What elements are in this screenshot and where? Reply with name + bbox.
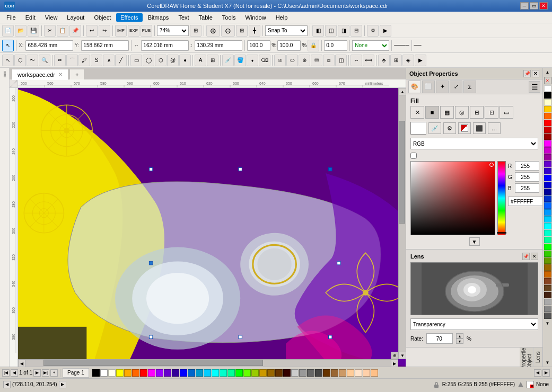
- zoom-in[interactable]: ⊕: [206, 25, 220, 37]
- color-swatch[interactable]: [227, 369, 235, 377]
- palette-color[interactable]: [544, 133, 551, 140]
- eyedropper-button[interactable]: 💉: [428, 122, 441, 134]
- lens-type-select[interactable]: Transparency: [410, 318, 538, 330]
- palette-color[interactable]: [544, 299, 551, 305]
- color-swatch[interactable]: [267, 369, 275, 377]
- palette-color[interactable]: [544, 120, 551, 126]
- palette-color[interactable]: [544, 271, 551, 278]
- palette-color[interactable]: [544, 292, 551, 298]
- export-button[interactable]: EXP: [128, 25, 139, 37]
- color-swatch[interactable]: [291, 369, 299, 377]
- open-button[interactable]: 📂: [15, 25, 27, 37]
- ellipse-tool[interactable]: ◯: [143, 55, 154, 66]
- x-input[interactable]: 658.428 mm: [25, 40, 73, 51]
- color-swatch[interactable]: [196, 369, 203, 377]
- freehand-tool[interactable]: ✏: [54, 55, 66, 66]
- menu-object[interactable]: Object: [90, 13, 115, 22]
- zoom-out[interactable]: ⊖: [221, 25, 235, 37]
- line-tool[interactable]: ╱: [115, 55, 127, 66]
- colorbar-scroll-right[interactable]: ▶: [542, 369, 550, 377]
- palette-color[interactable]: [544, 182, 551, 188]
- b-spline-tool[interactable]: S: [91, 55, 102, 66]
- menu-help[interactable]: Help: [271, 13, 292, 22]
- status-nav-right[interactable]: ▶: [59, 381, 66, 388]
- workspace-tab[interactable]: workspace.cdr ✕: [12, 69, 68, 80]
- scrollbar-vertical[interactable]: ▲ ▼: [398, 88, 406, 359]
- select-tool-active[interactable]: ↖: [2, 40, 14, 51]
- color-swatch[interactable]: [363, 369, 370, 377]
- fill-more-button[interactable]: ▭: [500, 106, 513, 119]
- object-properties-side-tab[interactable]: Object Properties: [520, 348, 534, 367]
- page-tab[interactable]: Page 1: [63, 368, 89, 378]
- tab-stroke[interactable]: ⬜: [422, 81, 435, 93]
- align-right[interactable]: ◨: [338, 25, 349, 37]
- palette-color[interactable]: [544, 195, 551, 202]
- scroll-left-button[interactable]: ◀: [18, 360, 25, 367]
- tab-effects[interactable]: ✦: [436, 81, 449, 93]
- publish-button[interactable]: PUB: [141, 25, 152, 37]
- palette-color[interactable]: [544, 140, 551, 147]
- palette-color[interactable]: [544, 113, 551, 119]
- import-button[interactable]: IMP: [115, 25, 127, 37]
- color-swatch-black[interactable]: [92, 369, 100, 377]
- rect-tool[interactable]: ▭: [130, 55, 142, 66]
- shadow-tool[interactable]: ◫: [335, 55, 347, 66]
- palette-color[interactable]: [544, 237, 551, 243]
- color-select[interactable]: None: [352, 40, 389, 51]
- palette-color[interactable]: [544, 244, 551, 250]
- rate-up-button[interactable]: ▲: [456, 333, 463, 338]
- smart-fill[interactable]: ⬧: [247, 55, 258, 66]
- palette-color[interactable]: [544, 278, 551, 284]
- expand-btn[interactable]: ▶: [380, 25, 391, 37]
- menu-layout[interactable]: Layout: [63, 13, 89, 22]
- colorbar-scroll-left[interactable]: ◀: [534, 369, 541, 377]
- expand-tools[interactable]: ▶: [415, 55, 426, 66]
- palette-color[interactable]: [544, 257, 551, 264]
- tab-close-icon[interactable]: ✕: [58, 72, 63, 77]
- color-settings-button[interactable]: ⚙: [443, 122, 456, 134]
- add-page-button[interactable]: +: [50, 369, 58, 377]
- page-last-button[interactable]: ▶|: [42, 369, 49, 377]
- align-left[interactable]: ◧: [312, 25, 324, 37]
- rate-input[interactable]: 70: [426, 333, 453, 344]
- fill-pattern-button[interactable]: ⊞: [470, 106, 484, 119]
- scrollbar-horizontal[interactable]: ◀ ▶: [18, 359, 398, 367]
- color-swatch[interactable]: [323, 369, 330, 377]
- paste-button[interactable]: 📌: [69, 25, 81, 37]
- polygon-tool[interactable]: ⬡: [155, 55, 167, 66]
- r-input[interactable]: 255: [515, 161, 539, 171]
- color-swatch[interactable]: [331, 369, 338, 377]
- undo-button[interactable]: ↩: [86, 25, 98, 37]
- palette-color[interactable]: [544, 251, 551, 257]
- palette-scroll-down[interactable]: ▼: [544, 358, 552, 367]
- spiral-tool[interactable]: @: [167, 55, 179, 66]
- align-center[interactable]: ◫: [325, 25, 337, 37]
- paint-tool[interactable]: 🪣: [234, 55, 246, 66]
- color-model-select[interactable]: RGB: [410, 138, 538, 149]
- scroll-right-button[interactable]: ▶: [391, 360, 398, 367]
- menu-bitmaps[interactable]: Bitmaps: [144, 13, 173, 22]
- cut-button[interactable]: ✂: [44, 25, 56, 37]
- palette-color[interactable]: [544, 306, 551, 312]
- zoom-select[interactable]: 74% 100% 50% 200%: [157, 25, 189, 36]
- mesh-fill[interactable]: ⊞: [390, 55, 402, 66]
- lock-aspect[interactable]: 🔒: [308, 40, 319, 51]
- window-controls[interactable]: ─ ▭ ✕: [520, 2, 548, 10]
- tab-fill[interactable]: 🎨: [408, 81, 421, 93]
- color-swatch[interactable]: [188, 369, 195, 377]
- color-preview-swatch[interactable]: [410, 122, 426, 135]
- color-swatch[interactable]: [132, 369, 139, 377]
- menu-file[interactable]: File: [2, 13, 20, 22]
- menu-table[interactable]: Table: [195, 13, 217, 22]
- zoom-canvas[interactable]: 🔍: [39, 55, 50, 66]
- fill-radial-button[interactable]: ◎: [455, 106, 469, 119]
- palette-color[interactable]: [544, 127, 551, 133]
- palette-scroll-up[interactable]: ▲: [544, 68, 552, 76]
- pointer-tool[interactable]: ↖: [2, 55, 14, 66]
- y-input[interactable]: 158.862 mm: [81, 40, 129, 51]
- color-swatch[interactable]: [156, 369, 163, 377]
- extrude-tool[interactable]: ⧈: [323, 55, 335, 66]
- zoom-corner-button[interactable]: ⊕: [391, 352, 398, 359]
- color-swatch[interactable]: [283, 369, 291, 377]
- color-swatch[interactable]: [251, 369, 259, 377]
